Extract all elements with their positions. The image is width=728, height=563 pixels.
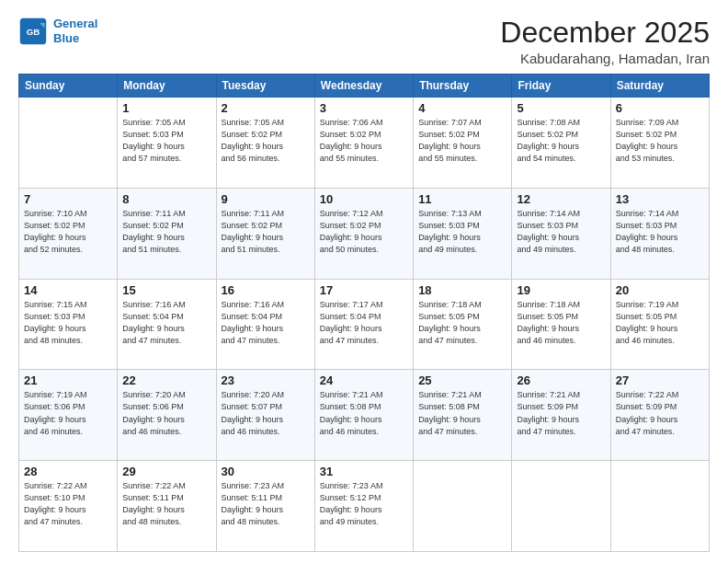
day-info: Sunrise: 7:20 AM Sunset: 5:07 PM Dayligh… <box>222 389 310 437</box>
day-info: Sunrise: 7:19 AM Sunset: 5:05 PM Dayligh… <box>616 299 704 347</box>
day-info: Sunrise: 7:05 AM Sunset: 5:02 PM Dayligh… <box>222 117 310 165</box>
day-info: Sunrise: 7:11 AM Sunset: 5:02 PM Dayligh… <box>122 208 210 256</box>
day-number: 19 <box>517 283 605 297</box>
day-number: 2 <box>222 101 310 115</box>
logo: GB General Blue <box>18 17 97 46</box>
day-number: 28 <box>24 465 112 478</box>
calendar-cell: 18Sunrise: 7:18 AM Sunset: 5:05 PM Dayli… <box>414 279 512 370</box>
logo-line2: Blue <box>53 31 79 45</box>
weekday-header-sunday: Sunday <box>19 75 118 98</box>
calendar-cell: 16Sunrise: 7:16 AM Sunset: 5:04 PM Dayli… <box>216 279 314 370</box>
day-info: Sunrise: 7:06 AM Sunset: 5:02 PM Dayligh… <box>320 117 408 165</box>
calendar-cell: 13Sunrise: 7:14 AM Sunset: 5:03 PM Dayli… <box>610 188 709 279</box>
calendar-cell: 22Sunrise: 7:20 AM Sunset: 5:06 PM Dayli… <box>118 370 216 461</box>
day-number: 16 <box>222 283 310 297</box>
day-info: Sunrise: 7:17 AM Sunset: 5:04 PM Dayligh… <box>320 299 408 347</box>
calendar-cell: 23Sunrise: 7:20 AM Sunset: 5:07 PM Dayli… <box>216 370 314 461</box>
weekday-header-friday: Friday <box>512 75 610 98</box>
day-info: Sunrise: 7:10 AM Sunset: 5:02 PM Dayligh… <box>24 208 112 256</box>
day-number: 26 <box>517 373 605 387</box>
calendar-cell: 20Sunrise: 7:19 AM Sunset: 5:05 PM Dayli… <box>610 279 709 370</box>
day-number: 22 <box>122 373 210 387</box>
day-number: 24 <box>320 373 408 387</box>
calendar-cell: 14Sunrise: 7:15 AM Sunset: 5:03 PM Dayli… <box>19 279 118 370</box>
logo-text: General Blue <box>53 17 97 45</box>
day-number: 1 <box>122 101 210 115</box>
day-number: 23 <box>222 373 310 387</box>
calendar-table: SundayMondayTuesdayWednesdayThursdayFrid… <box>18 74 710 552</box>
day-number: 6 <box>616 101 704 115</box>
day-info: Sunrise: 7:22 AM Sunset: 5:11 PM Dayligh… <box>122 480 210 528</box>
day-number: 3 <box>320 101 408 115</box>
page: GB General Blue December 2025 Kabudaraha… <box>0 0 728 563</box>
week-row-2: 7Sunrise: 7:10 AM Sunset: 5:02 PM Daylig… <box>19 188 710 279</box>
day-number: 18 <box>418 283 506 297</box>
day-info: Sunrise: 7:11 AM Sunset: 5:02 PM Dayligh… <box>222 208 310 256</box>
day-info: Sunrise: 7:16 AM Sunset: 5:04 PM Dayligh… <box>222 299 310 347</box>
day-info: Sunrise: 7:07 AM Sunset: 5:02 PM Dayligh… <box>418 117 506 165</box>
week-row-1: 1Sunrise: 7:05 AM Sunset: 5:03 PM Daylig… <box>19 98 710 189</box>
calendar-cell: 12Sunrise: 7:14 AM Sunset: 5:03 PM Dayli… <box>512 188 610 279</box>
day-number: 21 <box>24 373 112 387</box>
day-info: Sunrise: 7:23 AM Sunset: 5:12 PM Dayligh… <box>320 480 408 528</box>
calendar-cell: 7Sunrise: 7:10 AM Sunset: 5:02 PM Daylig… <box>19 188 118 279</box>
week-row-3: 14Sunrise: 7:15 AM Sunset: 5:03 PM Dayli… <box>19 279 710 370</box>
day-number: 27 <box>616 373 704 387</box>
title-block: December 2025 Kabudarahang, Hamadan, Ira… <box>500 17 710 66</box>
calendar-cell: 5Sunrise: 7:08 AM Sunset: 5:02 PM Daylig… <box>512 98 610 189</box>
calendar-cell: 28Sunrise: 7:22 AM Sunset: 5:10 PM Dayli… <box>19 461 118 552</box>
week-row-4: 21Sunrise: 7:19 AM Sunset: 5:06 PM Dayli… <box>19 370 710 461</box>
day-info: Sunrise: 7:14 AM Sunset: 5:03 PM Dayligh… <box>517 208 605 256</box>
logo-line1: General <box>53 17 97 30</box>
calendar-cell: 21Sunrise: 7:19 AM Sunset: 5:06 PM Dayli… <box>19 370 118 461</box>
day-number: 4 <box>418 101 506 115</box>
calendar-cell: 27Sunrise: 7:22 AM Sunset: 5:09 PM Dayli… <box>610 370 709 461</box>
day-info: Sunrise: 7:12 AM Sunset: 5:02 PM Dayligh… <box>320 208 408 256</box>
day-info: Sunrise: 7:05 AM Sunset: 5:03 PM Dayligh… <box>122 117 210 165</box>
calendar-cell: 3Sunrise: 7:06 AM Sunset: 5:02 PM Daylig… <box>314 98 413 189</box>
day-number: 12 <box>517 192 605 206</box>
calendar-cell: 9Sunrise: 7:11 AM Sunset: 5:02 PM Daylig… <box>216 188 314 279</box>
day-info: Sunrise: 7:22 AM Sunset: 5:10 PM Dayligh… <box>24 480 112 528</box>
logo-icon: GB <box>18 17 48 46</box>
calendar-cell: 8Sunrise: 7:11 AM Sunset: 5:02 PM Daylig… <box>118 188 216 279</box>
calendar-cell: 15Sunrise: 7:16 AM Sunset: 5:04 PM Dayli… <box>118 279 216 370</box>
calendar-cell: 6Sunrise: 7:09 AM Sunset: 5:02 PM Daylig… <box>610 98 709 189</box>
day-number: 7 <box>24 192 112 206</box>
day-info: Sunrise: 7:09 AM Sunset: 5:02 PM Dayligh… <box>616 117 704 165</box>
calendar-cell <box>414 461 512 552</box>
weekday-header-row: SundayMondayTuesdayWednesdayThursdayFrid… <box>19 75 710 98</box>
week-row-5: 28Sunrise: 7:22 AM Sunset: 5:10 PM Dayli… <box>19 461 710 552</box>
day-number: 25 <box>418 373 506 387</box>
calendar-cell: 2Sunrise: 7:05 AM Sunset: 5:02 PM Daylig… <box>216 98 314 189</box>
main-title: December 2025 <box>500 17 710 49</box>
day-number: 31 <box>320 465 408 478</box>
weekday-header-saturday: Saturday <box>610 75 709 98</box>
day-info: Sunrise: 7:18 AM Sunset: 5:05 PM Dayligh… <box>517 299 605 347</box>
day-info: Sunrise: 7:14 AM Sunset: 5:03 PM Dayligh… <box>616 208 704 256</box>
day-number: 14 <box>24 283 112 297</box>
weekday-header-tuesday: Tuesday <box>216 75 314 98</box>
day-info: Sunrise: 7:21 AM Sunset: 5:08 PM Dayligh… <box>320 389 408 437</box>
day-number: 29 <box>122 465 210 478</box>
subtitle: Kabudarahang, Hamadan, Iran <box>500 51 710 66</box>
day-info: Sunrise: 7:23 AM Sunset: 5:11 PM Dayligh… <box>222 480 310 528</box>
calendar-cell: 26Sunrise: 7:21 AM Sunset: 5:09 PM Dayli… <box>512 370 610 461</box>
header: GB General Blue December 2025 Kabudaraha… <box>18 17 710 66</box>
day-number: 13 <box>616 192 704 206</box>
calendar-cell: 30Sunrise: 7:23 AM Sunset: 5:11 PM Dayli… <box>216 461 314 552</box>
day-info: Sunrise: 7:13 AM Sunset: 5:03 PM Dayligh… <box>418 208 506 256</box>
calendar-cell: 24Sunrise: 7:21 AM Sunset: 5:08 PM Dayli… <box>314 370 413 461</box>
day-info: Sunrise: 7:15 AM Sunset: 5:03 PM Dayligh… <box>24 299 112 347</box>
day-info: Sunrise: 7:18 AM Sunset: 5:05 PM Dayligh… <box>418 299 506 347</box>
calendar-cell <box>19 98 118 189</box>
day-info: Sunrise: 7:21 AM Sunset: 5:08 PM Dayligh… <box>418 389 506 437</box>
day-info: Sunrise: 7:21 AM Sunset: 5:09 PM Dayligh… <box>517 389 605 437</box>
calendar-cell: 31Sunrise: 7:23 AM Sunset: 5:12 PM Dayli… <box>314 461 413 552</box>
day-number: 17 <box>320 283 408 297</box>
day-info: Sunrise: 7:19 AM Sunset: 5:06 PM Dayligh… <box>24 389 112 437</box>
calendar-cell: 25Sunrise: 7:21 AM Sunset: 5:08 PM Dayli… <box>414 370 512 461</box>
day-number: 9 <box>222 192 310 206</box>
calendar-cell: 11Sunrise: 7:13 AM Sunset: 5:03 PM Dayli… <box>414 188 512 279</box>
calendar-cell: 1Sunrise: 7:05 AM Sunset: 5:03 PM Daylig… <box>118 98 216 189</box>
